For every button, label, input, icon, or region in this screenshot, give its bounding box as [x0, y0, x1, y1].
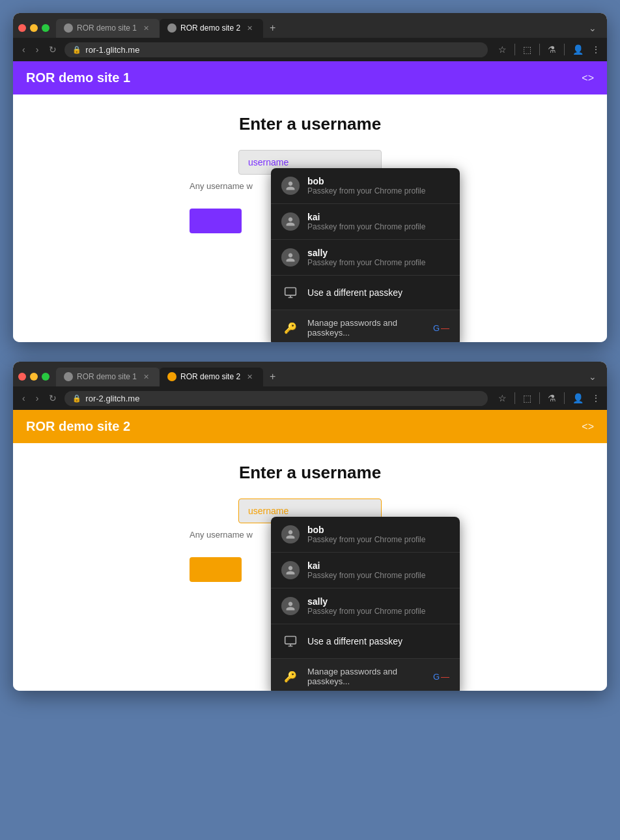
passkey-sub-kai-1: Passkey from your Chrome profile	[307, 222, 425, 231]
passkey-sub-bob-2: Passkey from your Chrome profile	[307, 535, 425, 544]
page-heading-1: Enter a username	[239, 114, 381, 134]
passkey-item-bob-1[interactable]: bob Passkey from your Chrome profile	[271, 168, 460, 204]
back-button[interactable]: ‹	[20, 42, 28, 57]
signin-button-2[interactable]	[190, 557, 242, 582]
tab-2-ror-site-2[interactable]: ROR demo site 2 ✕	[160, 19, 263, 38]
refresh-button[interactable]: ↻	[46, 42, 59, 57]
address-bar-2[interactable]: 🔒 ror-2.glitch.me	[64, 391, 488, 406]
passkey-item-kai-1[interactable]: kai Passkey from your Chrome profile	[271, 204, 460, 240]
passkey-name-sally-1: sally	[307, 248, 425, 258]
site-header-2: ROR demo site 2 <>	[13, 410, 607, 443]
sep-1	[514, 44, 515, 55]
tab-chevron-icon-2[interactable]: ⌄	[584, 368, 602, 386]
code-icon-1[interactable]: <>	[582, 72, 594, 84]
traffic-lights-1	[18, 24, 49, 32]
tab-1-close[interactable]: ✕	[141, 23, 152, 34]
code-icon-2[interactable]: <>	[582, 421, 594, 433]
refresh-button-2[interactable]: ↻	[46, 390, 59, 406]
maximize-button[interactable]	[42, 24, 49, 32]
passkey-item-kai-2[interactable]: kai Passkey from your Chrome profile	[271, 553, 460, 588]
google-key-badge-2: G—	[433, 672, 449, 682]
traffic-lights-2	[18, 373, 49, 381]
back-button-2[interactable]: ‹	[20, 390, 28, 406]
lab-icon-2[interactable]: ⚗	[548, 393, 556, 403]
page-heading-2: Enter a username	[239, 463, 381, 483]
close-button[interactable]	[18, 24, 26, 32]
passkey-sub-kai-2: Passkey from your Chrome profile	[307, 571, 425, 580]
url-text-2: ror-2.glitch.me	[85, 394, 480, 403]
passkey-avatar-bob-2	[281, 525, 300, 543]
lock-icon: 🔒	[72, 46, 81, 54]
profile-icon-2[interactable]: 👤	[572, 393, 584, 403]
any-username-text-1: Any username w	[190, 181, 253, 191]
svg-rect-0	[285, 288, 296, 296]
minimize-button-2[interactable]	[30, 373, 38, 381]
tab-1-label-w2: ROR demo site 1	[77, 372, 137, 381]
passkey-info-kai-2: kai Passkey from your Chrome profile	[307, 560, 425, 580]
manage-passwords-label-2: Manage passwords and passkeys...	[307, 667, 425, 686]
tab-row-2: ROR demo site 1 ✕ ROR demo site 2 ✕ + ⌄	[13, 362, 607, 386]
new-tab-button[interactable]: +	[263, 18, 282, 38]
passkey-dropdown-2: bob Passkey from your Chrome profile kai…	[271, 517, 460, 691]
forward-button[interactable]: ›	[33, 42, 42, 57]
manage-passwords-1[interactable]: 🔑 Manage passwords and passkeys... G—	[271, 310, 460, 342]
new-tab-button-2[interactable]: +	[263, 367, 282, 386]
use-different-passkey-1[interactable]: Use a different passkey	[271, 276, 460, 310]
menu-icon[interactable]: ⋮	[591, 44, 600, 55]
tab-favicon-2	[167, 23, 176, 33]
tab-2-close[interactable]: ✕	[244, 23, 255, 34]
passkey-name-sally-2: sally	[307, 596, 425, 607]
tab-2-label: ROR demo site 2	[180, 23, 240, 33]
passkey-sub-sally-2: Passkey from your Chrome profile	[307, 607, 425, 616]
tab-1-ror-site-1[interactable]: ROR demo site 1 ✕	[56, 19, 160, 38]
minimize-button[interactable]	[30, 24, 38, 32]
passkey-name-bob-1: bob	[307, 176, 425, 186]
different-passkey-label-2: Use a different passkey	[307, 636, 402, 646]
toolbar-controls-2: ☆ ⬚ ⚗ 👤 ⋮	[498, 392, 600, 404]
passkey-item-sally-2[interactable]: sally Passkey from your Chrome profile	[271, 588, 460, 624]
manage-passwords-2[interactable]: 🔑 Manage passwords and passkeys... G—	[271, 659, 460, 691]
profile-icon[interactable]: 👤	[572, 44, 584, 55]
star-icon[interactable]: ☆	[498, 44, 507, 55]
tab-end-controls: ⌄	[584, 19, 602, 37]
different-passkey-icon-1	[281, 283, 300, 302]
tab-chevron-icon[interactable]: ⌄	[584, 19, 602, 37]
tab-1-close-w2[interactable]: ✕	[141, 371, 152, 383]
tab-favicon-2-w2	[167, 372, 176, 381]
address-bar-1[interactable]: 🔒 ror-1.glitch.me	[64, 42, 488, 57]
lab-icon[interactable]: ⚗	[548, 44, 556, 55]
star-icon-2[interactable]: ☆	[498, 393, 507, 403]
passkey-name-bob-2: bob	[307, 525, 425, 535]
passkey-info-sally-2: sally Passkey from your Chrome profile	[307, 596, 425, 616]
sep-1-2	[514, 392, 515, 404]
passkey-item-sally-1[interactable]: sally Passkey from your Chrome profile	[271, 240, 460, 276]
passkey-sub-sally-1: Passkey from your Chrome profile	[307, 258, 425, 267]
passkey-info-kai-1: kai Passkey from your Chrome profile	[307, 212, 425, 231]
google-key-badge-1: G—	[433, 323, 449, 333]
title-bar-1: ROR demo site 1 ✕ ROR demo site 2 ✕ + ⌄ …	[13, 13, 607, 61]
share-icon[interactable]: ⬚	[523, 44, 531, 55]
url-text-1: ror-1.glitch.me	[85, 45, 480, 55]
address-row-2: ‹ › ↻ 🔒 ror-2.glitch.me ☆ ⬚ ⚗ 👤 ⋮	[13, 386, 607, 410]
passkey-item-bob-2[interactable]: bob Passkey from your Chrome profile	[271, 517, 460, 553]
tab-favicon-1-w2	[64, 372, 73, 381]
use-different-passkey-2[interactable]: Use a different passkey	[271, 624, 460, 659]
maximize-button-2[interactable]	[42, 373, 49, 381]
site-header-1: ROR demo site 1 <>	[13, 61, 607, 94]
signin-button-1[interactable]	[190, 209, 242, 233]
passkey-name-kai-2: kai	[307, 560, 425, 571]
different-passkey-label-1: Use a different passkey	[307, 287, 402, 298]
passkey-avatar-kai-2	[281, 561, 300, 579]
close-button-2[interactable]	[18, 373, 26, 381]
menu-icon-2[interactable]: ⋮	[591, 393, 600, 403]
tab-2-ror-site-2-w2[interactable]: ROR demo site 2 ✕	[160, 368, 263, 386]
tab-2-close-w2[interactable]: ✕	[244, 371, 255, 383]
tab-1-ror-site-1-w2[interactable]: ROR demo site 1 ✕	[56, 368, 160, 386]
tab-2-label-w2: ROR demo site 2	[180, 372, 240, 381]
share-icon-2[interactable]: ⬚	[523, 393, 531, 403]
toolbar-controls-1: ☆ ⬚ ⚗ 👤 ⋮	[498, 44, 600, 55]
passkey-name-kai-1: kai	[307, 212, 425, 222]
passkey-sub-bob-1: Passkey from your Chrome profile	[307, 186, 425, 196]
forward-button-2[interactable]: ›	[33, 390, 42, 406]
browser-window-1: ROR demo site 1 ✕ ROR demo site 2 ✕ + ⌄ …	[13, 13, 607, 342]
